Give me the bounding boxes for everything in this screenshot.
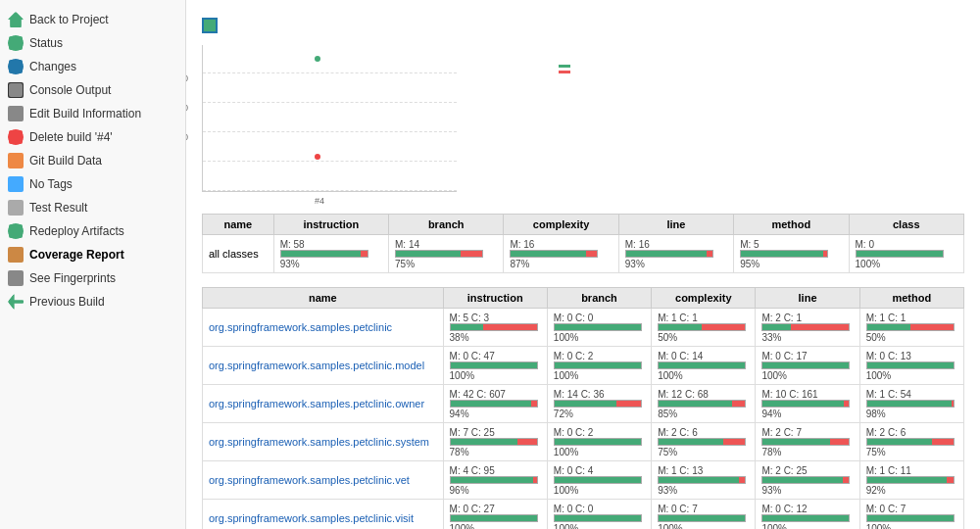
sidebar-label-coverage-report: Coverage Report — [29, 248, 124, 262]
sidebar-item-see-fingerprints[interactable]: See Fingerprints — [0, 266, 185, 290]
breakdown-package-name[interactable]: org.springframework.samples.petclinic — [203, 309, 444, 347]
metric-cell: M: 0 C: 12100% — [756, 500, 859, 530]
sidebar-label-changes: Changes — [29, 60, 76, 73]
chart-dot-green — [315, 56, 320, 62]
git-icon — [8, 153, 24, 168]
metric-cell: M: 5893% — [273, 235, 388, 273]
metric-cell: M: 0 C: 2100% — [547, 347, 651, 385]
metric-cell: M: 2 C: 675% — [652, 423, 756, 461]
download-link[interactable] — [202, 18, 964, 33]
svg-rect-8 — [9, 201, 23, 215]
sidebar-item-coverage-report[interactable]: Coverage Report — [0, 243, 185, 266]
sidebar-label-no-tags: No Tags — [29, 177, 73, 191]
delete-icon — [8, 129, 24, 145]
metric-cell: M: 0 C: 14100% — [652, 347, 756, 385]
breakdown-header-line: line — [756, 288, 859, 309]
overall-row: all classesM: 5893%M: 1475%M: 1687%M: 16… — [203, 235, 964, 273]
metric-cell: M: 1 C: 1192% — [859, 461, 963, 500]
metric-cell: M: 14 C: 3672% — [547, 385, 651, 423]
sidebar-item-status[interactable]: Status — [0, 31, 185, 55]
metric-cell: M: 10 C: 16194% — [756, 385, 859, 423]
metric-cell: M: 1475% — [389, 235, 504, 273]
sidebar-label-test-result: Test Result — [29, 201, 87, 215]
chart-dot-red — [315, 154, 320, 160]
overall-header-instruction: instruction — [273, 215, 388, 235]
breakdown-package-name[interactable]: org.springframework.samples.petclinic.mo… — [203, 347, 444, 385]
coverage-icon — [8, 247, 24, 263]
overall-table: nameinstructionbranchcomplexitylinemetho… — [202, 214, 964, 273]
circle-green-icon — [8, 35, 24, 51]
metric-cell: M: 0 C: 27100% — [443, 500, 547, 530]
breakdown-row: org.springframework.samples.petclinic.vi… — [203, 500, 964, 530]
svg-rect-7 — [9, 177, 23, 191]
metric-cell: M: 1 C: 1393% — [652, 461, 756, 500]
sidebar-item-edit-build-info[interactable]: Edit Build Information — [0, 102, 185, 125]
breakdown-header-branch: branch — [547, 288, 651, 309]
overall-header-name: name — [203, 215, 274, 235]
svg-rect-6 — [9, 154, 23, 168]
metric-cell: M: 1693% — [618, 235, 733, 273]
breakdown-row: org.springframework.samples.petclinic.ve… — [203, 461, 964, 500]
chart-legend — [559, 65, 574, 76]
sidebar-label-console-output: Console Output — [29, 83, 111, 97]
metric-cell: M: 7 C: 2578% — [443, 423, 547, 461]
overall-header-line: line — [618, 215, 733, 235]
metric-cell: M: 4 C: 9596% — [443, 461, 547, 500]
sidebar-item-back-to-project[interactable]: Back to Project — [0, 8, 185, 31]
metric-cell: M: 0 C: 13100% — [859, 347, 963, 385]
sidebar-label-redeploy-artifacts: Redeploy Artifacts — [29, 224, 124, 238]
metric-cell: M: 1687% — [504, 235, 618, 273]
sidebar-item-console-output[interactable]: Console Output — [0, 78, 185, 102]
metric-cell: M: 1 C: 150% — [652, 309, 756, 347]
metric-cell: M: 595% — [734, 235, 849, 273]
pencil-icon — [8, 106, 24, 121]
svg-rect-3 — [9, 83, 23, 97]
sidebar-item-git-build-data[interactable]: Git Build Data — [0, 149, 185, 172]
metric-cell: M: 0 C: 47100% — [443, 347, 547, 385]
metric-cell: M: 1 C: 150% — [859, 309, 963, 347]
metric-cell: M: 0 C: 0100% — [547, 309, 651, 347]
breakdown-header-method: method — [859, 288, 963, 309]
metric-cell: M: 2 C: 133% — [756, 309, 859, 347]
sidebar-item-changes[interactable]: Changes — [0, 55, 185, 78]
svg-rect-9 — [9, 224, 23, 238]
metric-cell: M: 2 C: 778% — [756, 423, 859, 461]
sidebar-label-see-fingerprints: See Fingerprints — [29, 271, 116, 285]
breakdown-package-name[interactable]: org.springframework.samples.petclinic.ve… — [203, 461, 444, 500]
metric-cell: M: 0 C: 17100% — [756, 347, 859, 385]
sidebar-item-no-tags[interactable]: No Tags — [0, 172, 185, 196]
console-icon — [8, 82, 24, 98]
sidebar-item-test-result[interactable]: Test Result — [0, 196, 185, 219]
sidebar-label-delete-build: Delete build '#4' — [29, 130, 113, 144]
metric-cell: M: 12 C: 6885% — [652, 385, 756, 423]
svg-rect-4 — [9, 107, 23, 120]
breakdown-header-name: name — [203, 288, 444, 309]
breakdown-package-name[interactable]: org.springframework.samples.petclinic.sy… — [203, 423, 444, 461]
breakdown-header-complexity: complexity — [652, 288, 756, 309]
breakdown-package-name[interactable]: org.springframework.samples.petclinic.vi… — [203, 500, 444, 530]
sidebar-label-status: Status — [29, 36, 63, 50]
chart-x-label: #4 — [315, 196, 324, 206]
svg-rect-2 — [9, 60, 23, 73]
sidebar-item-delete-build[interactable]: Delete build '#4' — [0, 125, 185, 149]
overall-header-method: method — [734, 215, 849, 235]
sidebar-item-previous-build[interactable]: Previous Build — [0, 290, 185, 313]
sidebar: Back to ProjectStatusChangesConsole Outp… — [0, 0, 186, 529]
svg-rect-11 — [9, 271, 23, 285]
breakdown-header-instruction: instruction — [443, 288, 547, 309]
overall-name: all classes — [203, 235, 274, 273]
metric-cell: M: 2 C: 2593% — [756, 461, 859, 500]
overall-header-branch: branch — [389, 215, 504, 235]
metric-cell: M: 0100% — [849, 235, 963, 273]
sidebar-item-redeploy-artifacts[interactable]: Redeploy Artifacts — [0, 219, 185, 243]
metric-cell: M: 2 C: 675% — [859, 423, 963, 461]
tag-icon — [8, 176, 24, 192]
coverage-chart: 200 150 100 50 0 #4 — [202, 45, 457, 192]
breakdown-table: nameinstructionbranchcomplexitylinemetho… — [202, 287, 964, 529]
breakdown-package-name[interactable]: org.springframework.samples.petclinic.ow… — [203, 385, 444, 423]
test-icon — [8, 200, 24, 216]
redeploy-icon — [8, 223, 24, 239]
prev-icon — [8, 294, 24, 310]
svg-rect-1 — [9, 36, 23, 50]
breakdown-row: org.springframework.samples.petclinic.ow… — [203, 385, 964, 423]
